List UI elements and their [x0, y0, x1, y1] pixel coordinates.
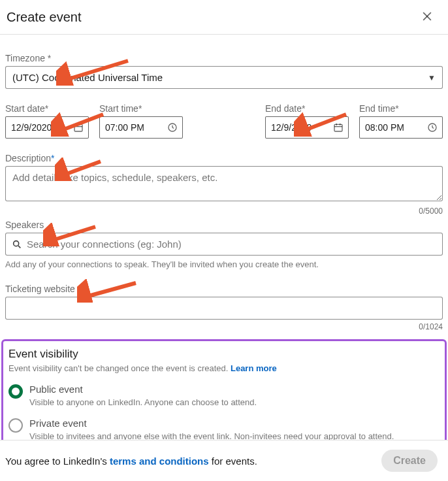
modal-header: Create event	[0, 0, 448, 35]
timezone-select[interactable]: (UTC) Coordinated Universal Time ▼	[5, 66, 443, 89]
visibility-title: Event visibility	[8, 348, 440, 361]
terms-link[interactable]: terms and conditions	[110, 456, 209, 467]
create-button[interactable]: Create	[381, 450, 438, 472]
search-icon	[12, 239, 22, 250]
end-time-label: End time*	[359, 103, 443, 114]
visibility-option-public[interactable]: Public event Visible to anyone on Linked…	[8, 384, 440, 407]
end-time-input[interactable]	[359, 116, 443, 139]
modal-footer: You agree to LinkedIn's terms and condit…	[0, 440, 448, 481]
radio-selected-icon[interactable]	[8, 384, 23, 399]
end-date-input[interactable]	[265, 116, 349, 139]
timezone-value: (UTC) Coordinated Universal Time	[12, 72, 163, 83]
previous-field-truncated: For LinkedIn Live, link is … 0/1024	[5, 35, 443, 39]
start-date-input[interactable]	[5, 116, 89, 139]
modal-body: For LinkedIn Live, link is … 0/1024 Time…	[0, 35, 448, 440]
start-date-label: Start date*	[5, 103, 89, 114]
visibility-subtitle: Event visibility can't be changed once t…	[8, 363, 440, 373]
ticketing-label: Ticketing website	[5, 284, 443, 294]
timezone-label: Timezone *	[5, 53, 443, 63]
start-time-label: Start time*	[99, 103, 183, 114]
radio-unselected-icon[interactable]	[8, 418, 23, 433]
caret-down-icon: ▼	[428, 73, 436, 82]
description-textarea[interactable]	[5, 166, 443, 201]
footer-agreement-text: You agree to LinkedIn's terms and condit…	[5, 456, 257, 467]
speakers-helper: Add any of your connections to speak. Th…	[5, 259, 443, 269]
close-button[interactable]	[417, 7, 438, 27]
event-visibility-section: Event visibility Event visibility can't …	[1, 339, 447, 440]
visibility-option-private[interactable]: Private event Visible to invitees and an…	[8, 418, 440, 440]
close-icon	[421, 10, 434, 25]
start-time-input[interactable]	[99, 116, 183, 139]
svg-point-16	[14, 241, 19, 246]
speakers-search-input[interactable]	[5, 233, 443, 256]
speakers-label: Speakers	[5, 220, 443, 230]
learn-more-link[interactable]: Learn more	[231, 363, 277, 373]
svg-line-17	[18, 246, 20, 248]
modal-title: Create event	[7, 10, 82, 25]
ticketing-counter: 0/1024	[5, 322, 443, 331]
end-date-label: End date*	[265, 103, 349, 114]
description-counter: 0/5000	[5, 207, 443, 216]
description-label: Description*	[5, 153, 443, 163]
ticketing-input[interactable]	[5, 297, 443, 320]
